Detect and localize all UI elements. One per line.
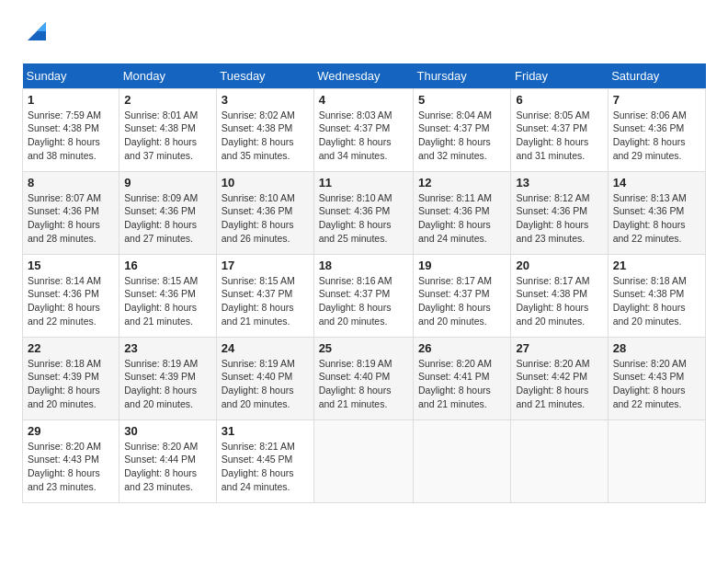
calendar-cell: 12Sunrise: 8:11 AMSunset: 4:36 PMDayligh…	[413, 171, 511, 254]
calendar-cell: 18Sunrise: 8:16 AMSunset: 4:37 PMDayligh…	[313, 254, 413, 337]
day-info: Sunrise: 8:13 AMSunset: 4:36 PMDaylight:…	[613, 191, 700, 246]
calendar-cell: 2Sunrise: 8:01 AMSunset: 4:38 PMDaylight…	[119, 88, 217, 171]
day-info: Sunrise: 8:19 AMSunset: 4:40 PMDaylight:…	[319, 357, 408, 411]
calendar-cell: 14Sunrise: 8:13 AMSunset: 4:36 PMDayligh…	[608, 171, 705, 254]
day-info: Sunrise: 8:10 AMSunset: 4:36 PMDaylight:…	[319, 191, 408, 246]
calendar-cell: 3Sunrise: 8:02 AMSunset: 4:38 PMDaylight…	[216, 88, 313, 171]
calendar-cell: 4Sunrise: 8:03 AMSunset: 4:37 PMDaylight…	[313, 88, 413, 171]
calendar-cell: 21Sunrise: 8:18 AMSunset: 4:38 PMDayligh…	[608, 254, 705, 337]
day-number: 12	[418, 176, 506, 190]
day-info: Sunrise: 8:14 AMSunset: 4:36 PMDaylight:…	[28, 274, 114, 328]
day-info: Sunrise: 8:05 AMSunset: 4:37 PMDaylight:…	[516, 109, 602, 163]
day-number: 26	[418, 341, 506, 355]
day-number: 7	[613, 93, 700, 107]
calendar-cell: 23Sunrise: 8:19 AMSunset: 4:39 PMDayligh…	[119, 337, 217, 419]
calendar-cell	[608, 419, 705, 502]
calendar-cell: 24Sunrise: 8:19 AMSunset: 4:40 PMDayligh…	[216, 337, 313, 419]
day-info: Sunrise: 8:17 AMSunset: 4:37 PMDaylight:…	[418, 274, 506, 328]
day-info: Sunrise: 8:16 AMSunset: 4:37 PMDaylight:…	[319, 274, 408, 328]
day-info: Sunrise: 8:15 AMSunset: 4:37 PMDaylight:…	[222, 274, 309, 328]
day-info: Sunrise: 8:09 AMSunset: 4:36 PMDaylight:…	[124, 191, 211, 246]
day-info: Sunrise: 8:12 AMSunset: 4:36 PMDaylight:…	[516, 191, 602, 246]
calendar-cell	[511, 419, 608, 502]
calendar-cell: 7Sunrise: 8:06 AMSunset: 4:36 PMDaylight…	[608, 88, 705, 171]
day-info: Sunrise: 8:10 AMSunset: 4:36 PMDaylight:…	[222, 191, 309, 246]
day-info: Sunrise: 8:19 AMSunset: 4:40 PMDaylight:…	[222, 357, 309, 411]
calendar-cell: 22Sunrise: 8:18 AMSunset: 4:39 PMDayligh…	[23, 337, 119, 419]
calendar-cell: 17Sunrise: 8:15 AMSunset: 4:37 PMDayligh…	[216, 254, 313, 337]
col-header-saturday: Saturday	[608, 63, 705, 89]
day-number: 22	[28, 341, 114, 355]
day-number: 5	[418, 93, 506, 107]
calendar-cell: 28Sunrise: 8:20 AMSunset: 4:43 PMDayligh…	[608, 337, 705, 419]
day-number: 14	[613, 176, 700, 190]
day-info: Sunrise: 8:06 AMSunset: 4:36 PMDaylight:…	[613, 109, 700, 163]
calendar-cell: 1Sunrise: 7:59 AMSunset: 4:38 PMDaylight…	[23, 88, 119, 171]
day-number: 8	[28, 176, 114, 190]
day-info: Sunrise: 8:15 AMSunset: 4:36 PMDaylight:…	[124, 274, 211, 328]
calendar-cell: 26Sunrise: 8:20 AMSunset: 4:41 PMDayligh…	[413, 337, 511, 419]
calendar-cell: 31Sunrise: 8:21 AMSunset: 4:45 PMDayligh…	[216, 419, 313, 502]
day-number: 19	[418, 259, 506, 272]
day-number: 18	[319, 259, 408, 272]
day-number: 28	[613, 341, 700, 355]
day-info: Sunrise: 8:03 AMSunset: 4:37 PMDaylight:…	[319, 109, 408, 163]
day-info: Sunrise: 8:07 AMSunset: 4:36 PMDaylight:…	[28, 191, 114, 246]
calendar-header-row: SundayMondayTuesdayWednesdayThursdayFrid…	[23, 63, 706, 89]
day-number: 9	[124, 176, 211, 190]
day-number: 21	[613, 259, 700, 272]
day-info: Sunrise: 8:20 AMSunset: 4:42 PMDaylight:…	[516, 357, 602, 411]
day-number: 29	[28, 424, 114, 438]
day-info: Sunrise: 8:11 AMSunset: 4:36 PMDaylight:…	[418, 191, 506, 246]
col-header-friday: Friday	[511, 63, 608, 89]
day-info: Sunrise: 8:02 AMSunset: 4:38 PMDaylight:…	[222, 109, 309, 163]
col-header-wednesday: Wednesday	[313, 63, 413, 89]
day-info: Sunrise: 8:18 AMSunset: 4:38 PMDaylight:…	[613, 274, 700, 328]
calendar-cell: 8Sunrise: 8:07 AMSunset: 4:36 PMDaylight…	[23, 171, 119, 254]
svg-marker-1	[37, 22, 46, 31]
day-info: Sunrise: 8:04 AMSunset: 4:37 PMDaylight:…	[418, 109, 506, 163]
col-header-monday: Monday	[119, 63, 217, 89]
week-row-3: 15Sunrise: 8:14 AMSunset: 4:36 PMDayligh…	[23, 254, 706, 337]
col-header-tuesday: Tuesday	[216, 63, 313, 89]
day-number: 16	[124, 259, 211, 272]
day-number: 6	[516, 93, 602, 107]
day-number: 30	[124, 424, 211, 438]
calendar-cell: 15Sunrise: 8:14 AMSunset: 4:36 PMDayligh…	[23, 254, 119, 337]
day-number: 15	[28, 259, 114, 272]
calendar-cell: 13Sunrise: 8:12 AMSunset: 4:36 PMDayligh…	[511, 171, 608, 254]
calendar-cell: 29Sunrise: 8:20 AMSunset: 4:43 PMDayligh…	[23, 419, 119, 502]
calendar-cell	[413, 419, 511, 502]
day-info: Sunrise: 8:20 AMSunset: 4:43 PMDaylight:…	[613, 357, 700, 411]
day-number: 27	[516, 341, 602, 355]
logo	[22, 18, 50, 49]
calendar-cell: 19Sunrise: 8:17 AMSunset: 4:37 PMDayligh…	[413, 254, 511, 337]
logo-icon	[24, 18, 50, 44]
day-number: 11	[319, 176, 408, 190]
calendar-cell: 9Sunrise: 8:09 AMSunset: 4:36 PMDaylight…	[119, 171, 217, 254]
day-number: 4	[319, 93, 408, 107]
calendar-table: SundayMondayTuesdayWednesdayThursdayFrid…	[22, 63, 706, 503]
calendar-cell: 6Sunrise: 8:05 AMSunset: 4:37 PMDaylight…	[511, 88, 608, 171]
day-info: Sunrise: 8:20 AMSunset: 4:44 PMDaylight:…	[124, 440, 211, 494]
day-number: 13	[516, 176, 602, 190]
day-info: Sunrise: 8:20 AMSunset: 4:43 PMDaylight:…	[28, 440, 114, 494]
week-row-2: 8Sunrise: 8:07 AMSunset: 4:36 PMDaylight…	[23, 171, 706, 254]
day-info: Sunrise: 8:18 AMSunset: 4:39 PMDaylight:…	[28, 357, 114, 411]
calendar-cell: 16Sunrise: 8:15 AMSunset: 4:36 PMDayligh…	[119, 254, 217, 337]
col-header-sunday: Sunday	[23, 63, 119, 89]
day-number: 2	[124, 93, 211, 107]
day-number: 1	[28, 93, 114, 107]
day-number: 20	[516, 259, 602, 272]
day-info: Sunrise: 8:20 AMSunset: 4:41 PMDaylight:…	[418, 357, 506, 411]
week-row-4: 22Sunrise: 8:18 AMSunset: 4:39 PMDayligh…	[23, 337, 706, 419]
calendar-cell: 27Sunrise: 8:20 AMSunset: 4:42 PMDayligh…	[511, 337, 608, 419]
day-info: Sunrise: 8:01 AMSunset: 4:38 PMDaylight:…	[124, 109, 211, 163]
day-info: Sunrise: 7:59 AMSunset: 4:38 PMDaylight:…	[28, 109, 114, 163]
day-number: 24	[222, 341, 309, 355]
day-number: 3	[222, 93, 309, 107]
day-info: Sunrise: 8:21 AMSunset: 4:45 PMDaylight:…	[222, 440, 309, 494]
calendar-cell: 25Sunrise: 8:19 AMSunset: 4:40 PMDayligh…	[313, 337, 413, 419]
day-info: Sunrise: 8:19 AMSunset: 4:39 PMDaylight:…	[124, 357, 211, 411]
day-number: 10	[222, 176, 309, 190]
